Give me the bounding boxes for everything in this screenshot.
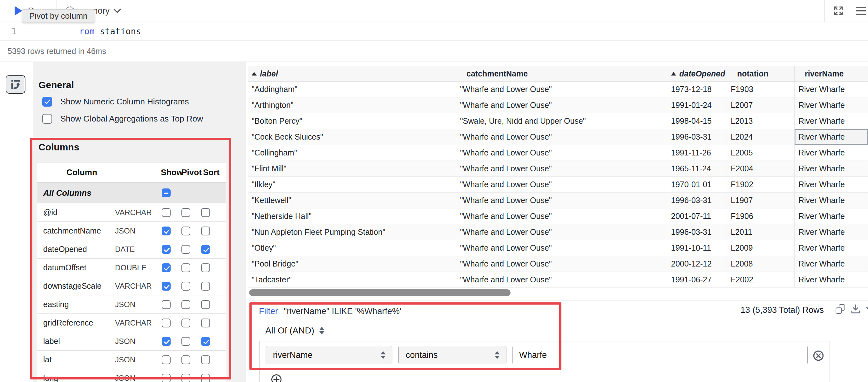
sql-editor[interactable]: 1 rom stations Pivot by column (0, 22, 868, 41)
table-cell[interactable]: "Arthington" (248, 97, 456, 113)
table-cell[interactable]: 1996-03-31 (667, 129, 727, 145)
column-sort-checkbox[interactable] (201, 245, 210, 254)
table-cell[interactable]: "Wharfe and Lower Ouse" (456, 145, 667, 161)
table-cell[interactable]: "Tadcaster" (248, 272, 456, 288)
menu-button[interactable] (856, 7, 866, 15)
table-cell[interactable]: "Wharfe and Lower Ouse" (456, 224, 667, 240)
table-cell[interactable]: F2002 (727, 272, 795, 288)
table-cell[interactable]: 1991-10-11 (667, 240, 727, 256)
column-show-checkbox[interactable] (162, 337, 170, 346)
column-pivot-checkbox[interactable] (181, 300, 190, 309)
table-cell[interactable]: 1991-06-27 (667, 272, 727, 288)
table-cell[interactable]: "Netherside Hall" (248, 208, 456, 224)
column-pivot-checkbox[interactable] (181, 227, 190, 235)
column-sort-checkbox[interactable] (201, 355, 210, 364)
table-cell[interactable]: River Wharfe (795, 113, 868, 129)
table-cell[interactable]: "Nun Appleton Fleet Pumping Station" (248, 224, 456, 240)
horizontal-scrollbar[interactable] (249, 289, 510, 296)
filter-value-input[interactable] (513, 346, 808, 364)
table-cell[interactable]: "Ilkley" (248, 177, 456, 193)
grid-header-label[interactable]: label (248, 66, 456, 81)
table-cell[interactable]: L2009 (727, 240, 795, 256)
table-cell[interactable]: 2000-12-12 (667, 256, 727, 272)
table-cell[interactable]: River Wharfe (795, 129, 868, 145)
histograms-checkbox[interactable] (42, 97, 52, 107)
column-show-checkbox[interactable] (162, 208, 170, 217)
download-button[interactable] (851, 304, 860, 314)
all-columns-row[interactable]: All Columns (37, 183, 226, 203)
table-cell[interactable]: "Wharfe and Lower Ouse" (456, 161, 667, 177)
column-show-checkbox[interactable] (162, 318, 170, 327)
table-cell[interactable]: 1996-03-31 (667, 193, 727, 208)
table-cell[interactable]: 2001-07-11 (667, 208, 727, 224)
table-cell[interactable]: River Wharfe (795, 97, 868, 113)
table-cell[interactable]: 1998-04-15 (667, 113, 727, 129)
table-cell[interactable]: "Wharfe and Lower Ouse" (456, 193, 667, 208)
column-sort-checkbox[interactable] (201, 263, 210, 272)
column-show-checkbox[interactable] (162, 300, 170, 309)
table-cell[interactable]: "Collingham" (248, 145, 456, 161)
column-pivot-checkbox[interactable] (181, 337, 190, 346)
table-cell[interactable]: "Cock Beck Sluices" (248, 129, 456, 145)
column-pivot-checkbox[interactable] (181, 245, 190, 254)
table-cell[interactable]: "Wharfe and Lower Ouse" (456, 208, 667, 224)
table-cell[interactable]: 1996-03-31 (667, 224, 727, 240)
column-show-checkbox[interactable] (162, 374, 170, 382)
filter-combinator-select[interactable]: All Of (AND) (265, 325, 324, 336)
filter-operator-select[interactable]: contains (398, 346, 506, 364)
column-show-checkbox[interactable] (162, 263, 170, 272)
table-cell[interactable]: L2008 (727, 256, 795, 272)
table-cell[interactable]: "Pool Bridge" (248, 256, 456, 272)
table-cell[interactable]: River Wharfe (795, 224, 868, 240)
table-cell[interactable]: "Wharfe and Lower Ouse" (456, 272, 667, 288)
remove-rule-button[interactable] (813, 350, 824, 361)
table-cell[interactable]: "Flint Mill" (248, 161, 456, 177)
table-cell[interactable]: River Wharfe (795, 177, 868, 193)
table-cell[interactable]: River Wharfe (795, 208, 868, 224)
sql-code-line[interactable]: rom stations (79, 26, 141, 36)
table-cell[interactable]: River Wharfe (795, 81, 868, 97)
table-cell[interactable]: "Wharfe and Lower Ouse" (456, 256, 667, 272)
copy-button[interactable] (836, 304, 845, 314)
table-cell[interactable]: River Wharfe (795, 193, 868, 208)
all-columns-checkbox[interactable] (162, 188, 170, 197)
table-cell[interactable]: 1973-12-18 (667, 81, 727, 97)
aggregations-checkbox[interactable] (42, 114, 52, 124)
table-cell[interactable]: F1906 (727, 208, 795, 224)
table-cell[interactable]: L2013 (727, 113, 795, 129)
table-cell[interactable]: 1991-01-24 (667, 97, 727, 113)
grid-header-riverName[interactable]: riverName (795, 66, 868, 81)
column-show-checkbox[interactable] (162, 282, 170, 291)
table-cell[interactable]: "Otley" (248, 240, 456, 256)
table-cell[interactable]: River Wharfe (795, 145, 868, 161)
column-pivot-checkbox[interactable] (181, 318, 190, 327)
table-cell[interactable]: "Wharfe and Lower Ouse" (456, 177, 667, 193)
add-rule-button[interactable] (271, 374, 282, 382)
table-cell[interactable]: 1991-11-26 (667, 145, 727, 161)
column-sort-checkbox[interactable] (201, 208, 210, 217)
column-sort-checkbox[interactable] (201, 282, 210, 291)
grid-header-catchmentName[interactable]: catchmentName (456, 66, 667, 81)
table-cell[interactable]: "Addingham" (248, 81, 456, 97)
fullscreen-button[interactable] (833, 5, 844, 16)
table-cell[interactable]: L2011 (727, 224, 795, 240)
column-show-checkbox[interactable] (162, 245, 170, 254)
column-sort-checkbox[interactable] (201, 227, 210, 235)
table-cell[interactable]: "Kettlewell" (248, 193, 456, 208)
table-cell[interactable]: L2005 (727, 145, 795, 161)
column-pivot-checkbox[interactable] (181, 282, 190, 291)
pivot-tool-button[interactable] (6, 75, 25, 94)
column-pivot-checkbox[interactable] (181, 208, 190, 217)
table-cell[interactable]: "Wharfe and Lower Ouse" (456, 129, 667, 145)
table-cell[interactable]: "Wharfe and Lower Ouse" (456, 81, 667, 97)
option-show-histograms[interactable]: Show Numeric Column Histograms (42, 97, 189, 107)
table-cell[interactable]: "Wharfe and Lower Ouse" (456, 240, 667, 256)
table-cell[interactable]: F1903 (727, 81, 795, 97)
option-global-aggregations[interactable]: Show Global Aggregations as Top Row (42, 114, 203, 124)
table-cell[interactable]: F2004 (727, 161, 795, 177)
table-cell[interactable]: River Wharfe (795, 256, 868, 272)
table-cell[interactable]: "Bolton Percy" (248, 113, 456, 129)
column-sort-checkbox[interactable] (201, 300, 210, 309)
grid-header-notation[interactable]: notation (727, 66, 795, 81)
column-sort-checkbox[interactable] (201, 337, 210, 346)
